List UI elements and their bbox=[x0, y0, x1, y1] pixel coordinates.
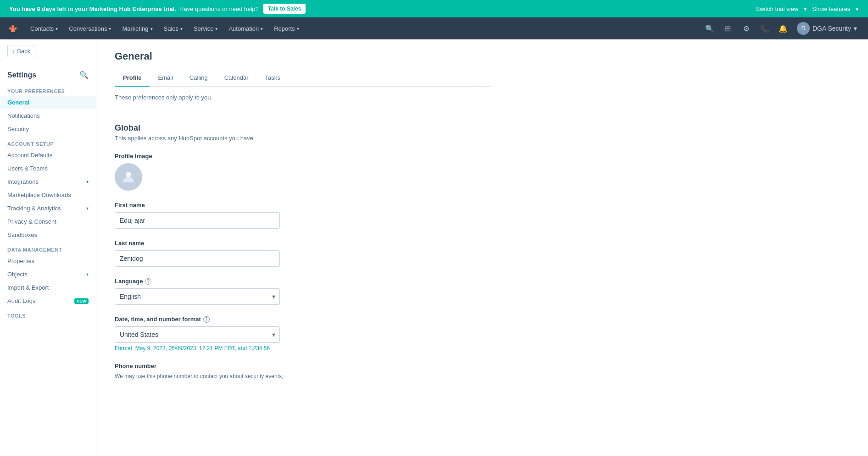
apps-icon[interactable]: ⊞ bbox=[720, 20, 736, 37]
last-name-field-group: Last name bbox=[115, 240, 491, 267]
phone-number-label: Phone number bbox=[115, 363, 491, 369]
global-section-heading: Global bbox=[115, 123, 491, 133]
notifications-icon[interactable]: 🔔 bbox=[775, 20, 791, 37]
trial-message: You have 9 days left in your Marketing H… bbox=[9, 5, 259, 12]
sidebar-item-users-teams[interactable]: Users & Teams bbox=[0, 162, 96, 175]
nav-automation[interactable]: Automation▾ bbox=[224, 17, 267, 39]
date-format-select[interactable]: United States United Kingdom Canada Aust… bbox=[115, 326, 280, 343]
sidebar-title: Settings bbox=[7, 71, 36, 79]
profile-image-label: Profile Image bbox=[115, 153, 491, 159]
date-format-field-group: Date, time, and number format ? United S… bbox=[115, 316, 491, 352]
nav-conversations[interactable]: Conversations▾ bbox=[64, 17, 116, 39]
sidebar-item-account-defaults[interactable]: Account Defaults bbox=[0, 148, 96, 162]
profile-image-field-group: Profile Image bbox=[115, 153, 491, 191]
language-info-icon[interactable]: ? bbox=[145, 278, 151, 285]
svg-point-3 bbox=[126, 172, 131, 177]
date-format-select-wrap: United States United Kingdom Canada Aust… bbox=[115, 326, 280, 343]
sidebar-item-general[interactable]: General bbox=[0, 96, 96, 109]
nav-contacts[interactable]: Contacts▾ bbox=[26, 17, 62, 39]
talk-to-sales-button[interactable]: Talk to Sales bbox=[263, 4, 306, 14]
sidebar-item-privacy-consent[interactable]: Privacy & Consent bbox=[0, 215, 96, 228]
audit-logs-new-badge: NEW bbox=[74, 298, 89, 304]
phone-icon[interactable]: 📞 bbox=[757, 20, 773, 37]
date-format-info-icon[interactable]: ? bbox=[203, 316, 210, 323]
svg-point-2 bbox=[9, 27, 11, 30]
sidebar-header: Settings 🔍 bbox=[0, 63, 96, 83]
global-section-subtext: This applies across any HubSpot accounts… bbox=[115, 135, 491, 142]
section-label-tools: Tools bbox=[0, 308, 96, 320]
last-name-input[interactable] bbox=[115, 250, 280, 267]
sidebar: ‹ Back Settings 🔍 Your Preferences Gener… bbox=[0, 39, 96, 456]
tab-calendar[interactable]: Calendar bbox=[216, 70, 257, 87]
first-name-input[interactable] bbox=[115, 212, 280, 229]
sidebar-item-security[interactable]: Security bbox=[0, 122, 96, 136]
top-nav: Contacts▾ Conversations▾ Marketing▾ Sale… bbox=[0, 17, 868, 39]
date-format-label: Date, time, and number format ? bbox=[115, 316, 491, 323]
nav-reports[interactable]: Reports▾ bbox=[269, 17, 304, 39]
tracking-chevron-icon: ▾ bbox=[86, 206, 89, 211]
tab-profile[interactable]: Profile bbox=[115, 70, 150, 87]
main-layout: ‹ Back Settings 🔍 Your Preferences Gener… bbox=[0, 39, 868, 456]
objects-chevron-icon: ▾ bbox=[86, 272, 89, 277]
format-hint: Format: May 9, 2023, 05/09/2023, 12:21 P… bbox=[115, 345, 491, 352]
preferences-note: These preferences only apply to you. bbox=[115, 94, 491, 101]
divider bbox=[115, 112, 491, 112]
page-title: General bbox=[115, 50, 491, 62]
sidebar-item-notifications[interactable]: Notifications bbox=[0, 109, 96, 122]
section-label-data-management: Data Management bbox=[0, 242, 96, 254]
nav-service[interactable]: Service▾ bbox=[189, 17, 222, 39]
tab-calling[interactable]: Calling bbox=[181, 70, 216, 87]
sidebar-item-audit-logs[interactable]: Audit Logs NEW bbox=[0, 294, 96, 308]
hubspot-logo[interactable] bbox=[7, 23, 18, 34]
user-name: DGA Security bbox=[812, 25, 851, 32]
sidebar-back-area: ‹ Back bbox=[0, 39, 96, 63]
sidebar-item-marketplace-downloads[interactable]: Marketplace Downloads bbox=[0, 188, 96, 202]
svg-point-1 bbox=[15, 27, 17, 30]
tab-tasks[interactable]: Tasks bbox=[257, 70, 289, 87]
back-button[interactable]: ‹ Back bbox=[7, 45, 35, 57]
language-select-wrap: English Spanish French German Portuguese… bbox=[115, 288, 280, 305]
sidebar-item-integrations[interactable]: Integrations ▾ bbox=[0, 175, 96, 188]
sidebar-item-tracking-analytics[interactable]: Tracking & Analytics ▾ bbox=[0, 202, 96, 215]
search-icon[interactable]: 🔍 bbox=[701, 20, 718, 37]
back-chevron-icon: ‹ bbox=[12, 48, 14, 55]
user-menu-chevron: ▾ bbox=[854, 25, 857, 32]
sidebar-item-sandboxes[interactable]: Sandboxes bbox=[0, 228, 96, 242]
content-area: General Profile Email Calling Calendar T… bbox=[96, 39, 868, 456]
user-placeholder-icon bbox=[121, 170, 136, 184]
nav-marketing[interactable]: Marketing▾ bbox=[117, 17, 157, 39]
nav-sales[interactable]: Sales▾ bbox=[159, 17, 188, 39]
sidebar-item-properties[interactable]: Properties bbox=[0, 254, 96, 268]
user-menu[interactable]: D DGA Security ▾ bbox=[793, 20, 861, 37]
trial-banner: You have 9 days left in your Marketing H… bbox=[0, 0, 868, 17]
content-inner: General Profile Email Calling Calendar T… bbox=[96, 39, 509, 401]
switch-trial-link[interactable]: Switch trial view bbox=[756, 5, 798, 12]
show-features-link[interactable]: Show features bbox=[812, 5, 850, 12]
first-name-label: First name bbox=[115, 202, 491, 209]
language-select[interactable]: English Spanish French German Portuguese bbox=[115, 288, 280, 305]
sidebar-search-icon[interactable]: 🔍 bbox=[79, 71, 89, 79]
profile-image-upload[interactable] bbox=[115, 163, 142, 191]
sidebar-item-objects[interactable]: Objects ▾ bbox=[0, 268, 96, 281]
phone-number-subtext: We may use this phone number to contact … bbox=[115, 373, 491, 379]
avatar: D bbox=[797, 22, 810, 35]
tabs-bar: Profile Email Calling Calendar Tasks bbox=[115, 70, 491, 87]
language-field-group: Language ? English Spanish French German… bbox=[115, 278, 491, 305]
settings-icon[interactable]: ⚙ bbox=[738, 20, 755, 37]
trial-right-links: Switch trial view ▾ Show features ▾ bbox=[756, 5, 859, 12]
sidebar-item-import-export[interactable]: Import & Export bbox=[0, 281, 96, 294]
language-label: Language ? bbox=[115, 278, 491, 285]
integrations-chevron-icon: ▾ bbox=[86, 179, 89, 184]
last-name-label: Last name bbox=[115, 240, 491, 247]
nav-right-icons: 🔍 ⊞ ⚙ 📞 🔔 D DGA Security ▾ bbox=[701, 20, 861, 37]
phone-number-field-group: Phone number We may use this phone numbe… bbox=[115, 363, 491, 379]
section-label-your-preferences: Your Preferences bbox=[0, 83, 96, 96]
first-name-field-group: First name bbox=[115, 202, 491, 229]
section-label-account-setup: Account Setup bbox=[0, 136, 96, 148]
tab-email[interactable]: Email bbox=[150, 70, 181, 87]
